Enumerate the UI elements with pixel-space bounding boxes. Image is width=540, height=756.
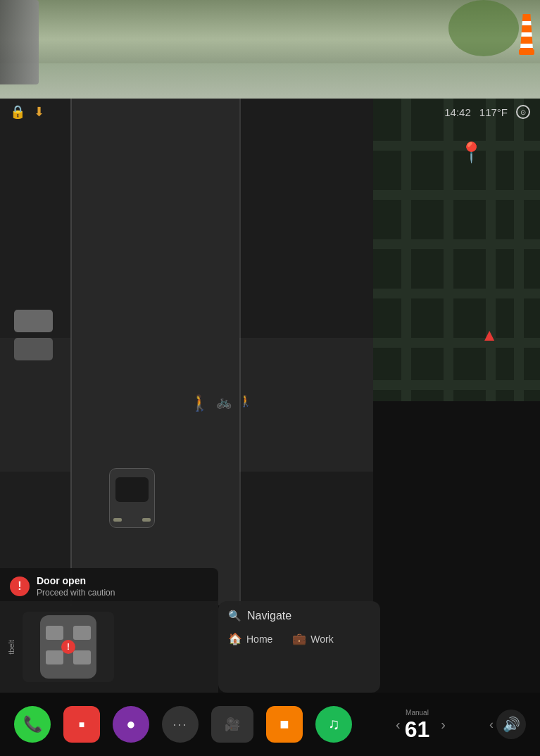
- car-body: !: [40, 615, 96, 679]
- seat-rear-right: [73, 650, 91, 664]
- home-icon: 🏠: [228, 632, 242, 645]
- tesla-screen: 🔒 ⬇ 14:42 117°F ⊙ 🚶 🚲 🚶: [0, 99, 540, 756]
- status-bar: 🔒 ⬇ 14:42 117°F ⊙: [0, 104, 540, 120]
- map-destination-pin: 📍: [459, 141, 484, 164]
- red-app-button[interactable]: ■: [63, 706, 100, 743]
- volume-control: ‹ 🔊: [489, 710, 526, 739]
- status-icons-right: 14:42 117°F ⊙: [444, 105, 530, 119]
- nav-home-button[interactable]: 🏠 Home: [228, 632, 272, 645]
- clock: 14:42: [444, 106, 471, 118]
- traffic-cone: [520, 14, 533, 56]
- alert-icon: !: [10, 577, 30, 596]
- connectivity-icon: ⊙: [516, 105, 530, 119]
- pedestrian-figure-2: 🚶: [239, 394, 253, 412]
- temperature: 117°F: [479, 106, 508, 118]
- cyclist-figure: 🚲: [216, 394, 232, 412]
- seat-rear-left: [46, 650, 63, 664]
- parked-car-2: [14, 338, 53, 360]
- door-open-indicator: !: [61, 640, 75, 654]
- volume-button[interactable]: 🔊: [496, 710, 526, 739]
- alert-text: Door open Proceed with caution: [37, 575, 115, 598]
- car-diagram-panel: tbelt !: [0, 601, 218, 693]
- real-world-camera-view: [0, 0, 540, 99]
- map-navigation-arrow: ▲: [481, 325, 498, 345]
- lock-icon: 🔒: [10, 104, 25, 120]
- driving-view: 🚶 🚲 🚶: [0, 99, 373, 605]
- speed-control: ‹ Manual 61 ›: [396, 709, 446, 741]
- status-icons-left: 🔒 ⬇: [10, 104, 44, 120]
- camera-button[interactable]: 🎥: [211, 706, 253, 743]
- taskbar: 📞 ■ ● ··· 🎥 ■ ♫ ‹ Manual 61 › ‹ 🔊: [0, 693, 540, 756]
- seat-front-right: [73, 626, 91, 640]
- seat-front-left: [46, 626, 63, 640]
- door-open-alert: ! Door open Proceed with caution: [0, 568, 218, 605]
- car-top-view: !: [23, 612, 114, 682]
- parked-car-1: [14, 310, 53, 332]
- phone-button[interactable]: 📞: [14, 706, 51, 743]
- seatbelt-label: tbelt: [7, 640, 15, 655]
- volume-decrease-button[interactable]: ‹: [489, 717, 494, 732]
- nav-quick-buttons: 🏠 Home 💼 Work: [228, 632, 370, 645]
- mini-map[interactable]: 📍 ▲: [373, 99, 540, 401]
- speed-increase-button[interactable]: ›: [441, 717, 446, 733]
- voice-button[interactable]: ●: [113, 706, 149, 743]
- nav-panel[interactable]: 🔍 Navigate 🏠 Home 💼 Work: [218, 601, 380, 693]
- nav-search-label[interactable]: Navigate: [247, 610, 291, 622]
- nav-search-row[interactable]: 🔍 Navigate: [228, 610, 370, 622]
- pedestrian-group: 🚶 🚲 🚶: [190, 394, 253, 412]
- speed-display: Manual 61: [405, 709, 430, 741]
- speed-decrease-button[interactable]: ‹: [396, 717, 401, 733]
- nav-work-button[interactable]: 💼 Work: [292, 632, 333, 645]
- more-button[interactable]: ···: [162, 706, 199, 743]
- ego-vehicle: [109, 468, 155, 528]
- pedestrian-figure: 🚶: [190, 394, 209, 412]
- orange-app-button[interactable]: ■: [266, 706, 303, 743]
- download-icon: ⬇: [34, 104, 44, 120]
- work-icon: 💼: [292, 632, 306, 645]
- nav-work-label: Work: [310, 634, 333, 645]
- nav-home-label: Home: [246, 634, 272, 645]
- spotify-button[interactable]: ♫: [315, 706, 352, 743]
- search-icon: 🔍: [228, 610, 241, 622]
